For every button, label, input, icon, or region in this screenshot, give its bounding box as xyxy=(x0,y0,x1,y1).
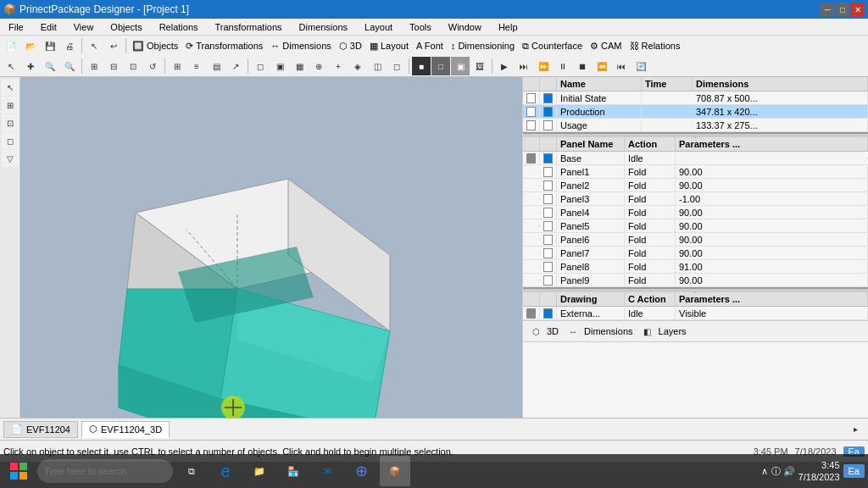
3d-viewport-canvas[interactable] xyxy=(68,145,407,418)
checkbox-p7[interactable] xyxy=(543,248,553,258)
checkbox-p6[interactable] xyxy=(543,235,553,245)
drawing-row-0[interactable]: Externa... Idle Visible xyxy=(523,307,868,320)
tb2-8[interactable]: ↺ xyxy=(143,57,162,75)
sr0-cb2[interactable] xyxy=(540,92,557,104)
taskbar-app[interactable]: 📦 xyxy=(380,456,410,486)
ff-btn[interactable]: ⏩ xyxy=(534,57,553,75)
dimensions-btn[interactable]: ↔ Dimensions xyxy=(267,41,335,51)
rp-layers-btn[interactable]: ◧ xyxy=(638,322,657,341)
lt-5[interactable]: ▽ xyxy=(2,150,19,167)
checkbox-p3[interactable] xyxy=(543,194,553,204)
menu-help[interactable]: Help xyxy=(493,20,523,34)
taskbar-store[interactable]: 🏪 xyxy=(278,456,309,486)
panel-row-2[interactable]: Panel2 Fold 90.00 xyxy=(523,179,868,192)
checkbox-p8[interactable] xyxy=(543,262,553,272)
pause-btn[interactable]: ⏸ xyxy=(554,57,572,75)
play-btn[interactable]: ▶ xyxy=(495,57,514,75)
pr8-cb[interactable] xyxy=(540,261,557,273)
tb-image[interactable]: 🖼 xyxy=(470,57,489,75)
menu-window[interactable]: Window xyxy=(443,20,487,34)
tb2-15[interactable]: ▦ xyxy=(290,57,309,75)
viewport[interactable]: ↖ ⊞ ⊡ ◻ ▽ xyxy=(0,77,522,418)
checkbox-p5[interactable] xyxy=(543,221,553,231)
tab-expand-btn[interactable]: ▸ xyxy=(846,420,865,439)
panel-row-6[interactable]: Panel6 Fold 90.00 xyxy=(523,233,868,247)
sr0-cb1[interactable] xyxy=(523,92,540,104)
lt-select[interactable]: ↖ xyxy=(2,79,19,96)
taskbar-file-explorer[interactable]: 📁 xyxy=(244,456,275,486)
menu-dimensions[interactable]: Dimensions xyxy=(294,20,353,34)
save-btn[interactable]: 💾 xyxy=(41,36,59,55)
pr9-cb[interactable] xyxy=(540,274,557,286)
tab-evf11204[interactable]: 📄 EVF11204 xyxy=(3,421,78,438)
menu-relations[interactable]: Relations xyxy=(154,20,203,34)
undo-btn[interactable]: ↩ xyxy=(104,36,123,55)
taskbar-task-view[interactable]: ⧉ xyxy=(176,456,207,486)
font-btn[interactable]: A Font xyxy=(413,41,447,51)
tb2-6[interactable]: ⊟ xyxy=(104,57,123,75)
tb2-10[interactable]: ≡ xyxy=(187,57,206,75)
rp-3d-btn[interactable]: ⬡ xyxy=(526,322,545,341)
tb2-19[interactable]: ◫ xyxy=(368,57,387,75)
pr6-cb[interactable] xyxy=(540,234,557,246)
checkbox-2-2[interactable] xyxy=(543,120,553,130)
maximize-btn[interactable]: □ xyxy=(836,3,849,16)
checkbox-2-1[interactable] xyxy=(526,120,536,130)
tb2-20[interactable]: ◻ xyxy=(387,57,406,75)
sr1-cb1[interactable] xyxy=(523,106,540,118)
rew-btn[interactable]: ⏮ xyxy=(612,57,631,75)
tb2-5[interactable]: ⊞ xyxy=(85,57,103,75)
checkbox-p4[interactable] xyxy=(543,208,553,218)
new-btn[interactable]: 📄 xyxy=(2,36,20,55)
tb2-18[interactable]: ◈ xyxy=(348,57,367,75)
lt-4[interactable]: ◻ xyxy=(2,132,19,149)
prev-btn[interactable]: ⏪ xyxy=(593,57,611,75)
next-btn[interactable]: ⏭ xyxy=(515,57,533,75)
panel-row-5[interactable]: Panel5 Fold 90.00 xyxy=(523,219,868,233)
counterface-btn[interactable]: ⧉ Counterface xyxy=(519,41,586,52)
pr0-cb[interactable] xyxy=(540,152,557,164)
sr2-cb2[interactable] xyxy=(540,119,557,131)
state-row-2[interactable]: Usage 133.37 x 275... xyxy=(523,119,868,132)
close-btn[interactable]: ✕ xyxy=(851,3,865,16)
checkbox-0-1[interactable] xyxy=(526,93,536,103)
tb2-9[interactable]: ⊞ xyxy=(168,57,186,75)
tb2-12[interactable]: ↗ xyxy=(226,57,245,75)
sr2-cb1[interactable] xyxy=(523,119,540,131)
print-btn[interactable]: 🖨 xyxy=(60,36,79,55)
checkbox-1-2[interactable] xyxy=(543,107,553,117)
checkbox-0-2[interactable] xyxy=(543,93,553,103)
taskbar-chrome[interactable]: ⊕ xyxy=(346,456,376,486)
relations-btn[interactable]: ⛓ Relations xyxy=(626,41,684,51)
tb2-1[interactable]: ↖ xyxy=(2,57,20,75)
cursor-btn[interactable]: ↖ xyxy=(85,36,103,55)
lt-3[interactable]: ⊡ xyxy=(2,114,19,131)
lt-2[interactable]: ⊞ xyxy=(2,97,19,114)
cam-btn[interactable]: ⚙ CAM xyxy=(587,41,626,52)
taskbar-edge[interactable]: e xyxy=(210,456,241,486)
minimize-btn[interactable]: ─ xyxy=(821,3,834,16)
tb-black-sq3[interactable]: ▣ xyxy=(451,57,470,75)
tb-black-sq1[interactable]: ■ xyxy=(412,57,431,75)
panel-row-7[interactable]: Panel7 Fold 90.00 xyxy=(523,247,868,260)
taskbar-search-input[interactable] xyxy=(37,459,173,483)
tb2-2[interactable]: ✚ xyxy=(21,57,40,75)
pr3-cb[interactable] xyxy=(540,193,557,205)
menu-edit[interactable]: Edit xyxy=(36,20,62,34)
tb2-13[interactable]: ◻ xyxy=(251,57,270,75)
loop-btn[interactable]: 🔄 xyxy=(632,57,650,75)
objects-btn[interactable]: 🔲 Objects xyxy=(129,41,181,52)
checkbox-1-1[interactable] xyxy=(526,107,536,117)
tb2-4[interactable]: 🔍 xyxy=(60,57,79,75)
menu-tools[interactable]: Tools xyxy=(404,20,437,34)
menu-objects[interactable]: Objects xyxy=(105,20,147,34)
tb2-11[interactable]: ▤ xyxy=(207,57,225,75)
pr4-cb[interactable] xyxy=(540,207,557,219)
checkbox-draw0[interactable] xyxy=(543,308,553,319)
stop-btn[interactable]: ⏹ xyxy=(573,57,592,75)
dr0-cb[interactable] xyxy=(540,308,557,319)
tb2-17[interactable]: + xyxy=(329,57,348,75)
3d-btn[interactable]: ⬡ 3D xyxy=(336,41,365,52)
state-row-0[interactable]: Initial State 708.87 x 500... xyxy=(523,92,868,105)
dimensioning-btn[interactable]: ↕ Dimensioning xyxy=(448,41,518,51)
